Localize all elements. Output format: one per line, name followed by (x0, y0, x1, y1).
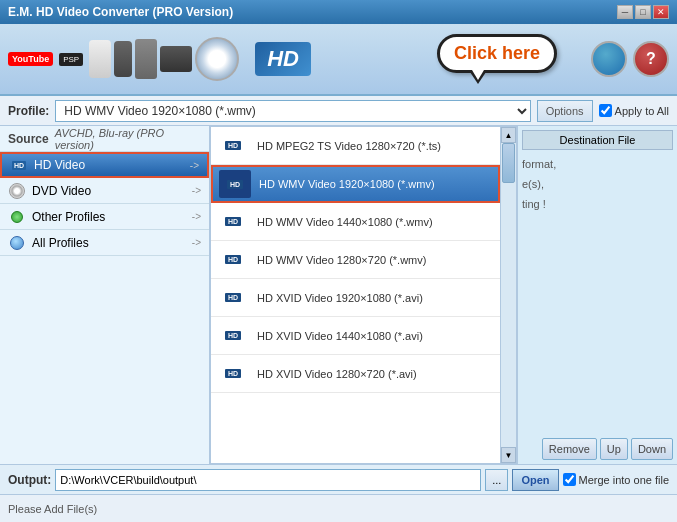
merge-checkbox[interactable] (563, 473, 576, 486)
video-item-label-6: HD XVID Video 1440×1080 (*.avi) (257, 330, 423, 342)
sidebar-item-all-profiles[interactable]: All Profiles -> (0, 230, 209, 256)
help-icon[interactable]: ? (633, 41, 669, 77)
apply-to-all-text: Apply to All (615, 105, 669, 117)
scrollbar-up-btn[interactable]: ▲ (501, 127, 516, 143)
video-thumb-4: HD (217, 246, 249, 274)
merge-label: Merge into one file (563, 473, 670, 486)
phone-icon (114, 41, 132, 77)
info-text-3: ting ! (522, 194, 673, 214)
video-item-4[interactable]: HD HD WMV Video 1280×720 (*.wmv) (211, 241, 500, 279)
video-thumb-6: HD (217, 322, 249, 350)
click-here-bubble[interactable]: Click here (437, 34, 557, 73)
cd-icon (195, 37, 239, 81)
video-item-6[interactable]: HD HD XVID Video 1440×1080 (*.avi) (211, 317, 500, 355)
output-label: Output: (8, 473, 51, 487)
video-item-label-5: HD XVID Video 1920×1080 (*.avi) (257, 292, 423, 304)
click-here-text: Click here (454, 43, 540, 63)
video-item-2[interactable]: HD HD WMV Video 1920×1080 (*.wmv) (211, 165, 500, 203)
up-button[interactable]: Up (600, 438, 628, 460)
hd-video-icon: HD (10, 156, 28, 174)
phone2-icon (135, 39, 157, 79)
video-item-label-4: HD WMV Video 1280×720 (*.wmv) (257, 254, 426, 266)
close-button[interactable]: ✕ (653, 5, 669, 19)
minimize-button[interactable]: ─ (617, 5, 633, 19)
scrollbar-down-btn[interactable]: ▼ (501, 447, 516, 463)
output-path-input[interactable] (55, 469, 481, 491)
maximize-button[interactable]: □ (635, 5, 651, 19)
sidebar-item-dvd-video[interactable]: DVD Video -> (0, 178, 209, 204)
video-thumb-3: HD (217, 208, 249, 236)
status-text: Please Add File(s) (8, 503, 97, 515)
video-list: HD HD MPEG2 TS Video 1280×720 (*.ts) HD … (211, 127, 500, 463)
hd-video-label: HD Video (34, 158, 184, 172)
right-side-panel: Destination File format, e(s), ting ! Re… (517, 126, 677, 464)
device-icons-area (89, 37, 239, 81)
output-row: Output: ... Open Merge into one file (0, 464, 677, 494)
dvd-video-icon (8, 182, 26, 200)
info-text-2: e(s), (522, 174, 673, 194)
video-item-7[interactable]: HD HD XVID Video 1280×720 (*.avi) (211, 355, 500, 393)
browse-button[interactable]: ... (485, 469, 508, 491)
video-item-5[interactable]: HD HD XVID Video 1920×1080 (*.avi) (211, 279, 500, 317)
all-profiles-label: All Profiles (32, 236, 186, 250)
options-button[interactable]: Options (537, 100, 593, 122)
info-text-1: format, (522, 154, 673, 174)
open-button[interactable]: Open (512, 469, 558, 491)
destination-file-label: Destination File (522, 130, 673, 150)
source-row: Source AVCHD, Blu-ray (PRO version) (0, 126, 209, 152)
left-panel: Source AVCHD, Blu-ray (PRO version) HD H… (0, 126, 210, 464)
profile-row: Profile: HD WMV Video 1920×1080 (*.wmv) … (0, 96, 677, 126)
status-bar: Please Add File(s) (0, 494, 677, 522)
hd-badge: HD (255, 42, 311, 76)
video-thumb-2: HD (219, 170, 251, 198)
video-item-label-7: HD XVID Video 1280×720 (*.avi) (257, 368, 417, 380)
video-thumb-7: HD (217, 360, 249, 388)
header-right-icons: ? (591, 41, 669, 77)
psp-logo: PSP (59, 53, 83, 66)
main-area: Source AVCHD, Blu-ray (PRO version) HD H… (0, 126, 677, 464)
action-buttons: Remove Up Down (522, 438, 673, 460)
scrollbar-track (501, 143, 516, 447)
logo-area: YouTube PSP HD (8, 37, 311, 81)
title-bar: E.M. HD Video Converter (PRO Version) ─ … (0, 0, 677, 24)
down-button[interactable]: Down (631, 438, 673, 460)
video-thumb-1: HD (217, 132, 249, 160)
ipod-icon (89, 40, 111, 78)
profile-select[interactable]: HD WMV Video 1920×1080 (*.wmv) (55, 100, 530, 122)
video-list-panel: HD HD MPEG2 TS Video 1280×720 (*.ts) HD … (210, 126, 517, 464)
hd-video-arrow: -> (190, 160, 199, 171)
all-profiles-arrow: -> (192, 237, 201, 248)
dvd-video-label: DVD Video (32, 184, 186, 198)
video-item-label-2: HD WMV Video 1920×1080 (*.wmv) (259, 178, 435, 190)
video-item-label-1: HD MPEG2 TS Video 1280×720 (*.ts) (257, 140, 441, 152)
apply-to-all-label: Apply to All (599, 104, 669, 117)
sidebar-item-hd-video[interactable]: HD HD Video -> (0, 152, 209, 178)
camera-icon (160, 46, 192, 72)
all-profiles-icon (8, 234, 26, 252)
video-list-container: HD HD MPEG2 TS Video 1280×720 (*.ts) HD … (211, 127, 516, 463)
apply-to-all-checkbox[interactable] (599, 104, 612, 117)
globe-icon[interactable] (591, 41, 627, 77)
other-profiles-arrow: -> (192, 211, 201, 222)
merge-text: Merge into one file (579, 474, 670, 486)
remove-button[interactable]: Remove (542, 438, 597, 460)
youtube-logo: YouTube (8, 52, 53, 66)
video-item-label-3: HD WMV Video 1440×1080 (*.wmv) (257, 216, 433, 228)
other-profiles-icon (8, 208, 26, 226)
other-profiles-label: Other Profiles (32, 210, 186, 224)
video-item-1[interactable]: HD HD MPEG2 TS Video 1280×720 (*.ts) (211, 127, 500, 165)
sidebar-item-other-profiles[interactable]: Other Profiles -> (0, 204, 209, 230)
scrollbar-thumb[interactable] (502, 143, 515, 183)
header: YouTube PSP HD Click here ? (0, 24, 677, 96)
help-char: ? (646, 50, 656, 68)
video-list-scrollbar[interactable]: ▲ ▼ (500, 127, 516, 463)
window-controls: ─ □ ✕ (617, 5, 669, 19)
video-thumb-5: HD (217, 284, 249, 312)
video-item-3[interactable]: HD HD WMV Video 1440×1080 (*.wmv) (211, 203, 500, 241)
nav-list: HD HD Video -> DVD Video -> Other Profil… (0, 152, 209, 464)
source-label: Source (8, 132, 49, 146)
dvd-video-arrow: -> (192, 185, 201, 196)
app-title: E.M. HD Video Converter (PRO Version) (8, 5, 233, 19)
source-value: AVCHD, Blu-ray (PRO version) (55, 127, 201, 151)
profile-label: Profile: (8, 104, 49, 118)
